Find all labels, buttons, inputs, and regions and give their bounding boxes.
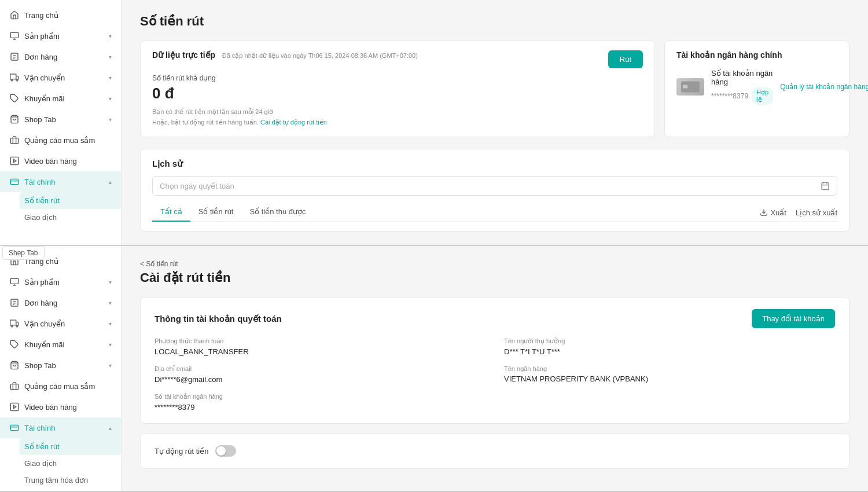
field-value: LOCAL_BANK_TRANSFER: [155, 347, 486, 356]
settings-card: Thông tin tài khoản quyết toán Thay đổi …: [140, 297, 849, 424]
field-bank-account: Số tài khoản ngân hàng ********8379: [155, 393, 486, 412]
breadcrumb[interactable]: < Số tiền rút: [140, 260, 849, 268]
sidebar-submenu-item-giao-dich-2[interactable]: Giao dịch: [24, 455, 121, 472]
live-timestamp: Đã cập nhật dữ liệu vào ngày Th06 15, 20…: [222, 52, 418, 59]
field-label: Tên ngân hàng: [504, 365, 835, 372]
breadcrumb-link: < Số tiền rút: [140, 260, 178, 268]
shop-icon: [9, 360, 20, 370]
chevron-down-icon: ▾: [109, 362, 112, 369]
svg-rect-25: [10, 278, 18, 284]
settings-grid: Phương thức thanh toán LOCAL_BANK_TRANSF…: [155, 337, 835, 412]
chevron-down-icon: ▾: [109, 342, 112, 348]
bank-account-card: Tài khoản ngân hàng chính Số tài khoản n…: [664, 41, 849, 137]
calendar-icon: [821, 181, 830, 190]
withdraw-button[interactable]: Rút: [608, 50, 643, 68]
chevron-down-icon: ▾: [109, 116, 112, 123]
svg-rect-19: [683, 85, 687, 89]
sidebar-item-khuyen-mai[interactable]: Khuyến mãi ▾: [0, 88, 121, 109]
sidebar-submenu-item-giao-dich[interactable]: Giao dịch: [24, 209, 121, 226]
shep-tab-label: Shep Tab: [2, 246, 45, 260]
sidebar-item-quang-cao[interactable]: Quảng cáo mua sắm: [0, 130, 121, 150]
sidebar-item-shop-tab-2[interactable]: Shop Tab ▾: [0, 355, 121, 376]
manage-bank-link[interactable]: Quản lý tài khoản ngân hàng: [780, 83, 868, 91]
sidebar-label: Shop Tab: [24, 361, 104, 370]
field-label: Phương thức thanh toán: [155, 337, 486, 345]
shop-icon: [9, 114, 20, 124]
sidebar-item-tai-chinh[interactable]: Tài chính ▴: [0, 171, 121, 192]
field-payment-method: Phương thức thanh toán LOCAL_BANK_TRANSF…: [155, 337, 486, 356]
sidebar-item-don-hang[interactable]: Đơn hàng ▾: [0, 46, 121, 67]
date-placeholder: Chọn ngày quyết toán: [160, 182, 234, 190]
live-data-card: Dữ liệu trực tiếp Đã cập nhật dữ liệu và…: [140, 41, 655, 137]
change-account-button[interactable]: Thay đổi tài khoản: [752, 309, 835, 328]
svg-rect-39: [10, 403, 18, 410]
sidebar-submenu-item-so-tien-rut[interactable]: Số tiền rút: [20, 192, 121, 209]
available-label: Số tiền rút khả dụng: [152, 74, 643, 82]
field-label: Tên người thụ hưởng: [504, 337, 835, 345]
auto-withdraw-toggle[interactable]: [215, 445, 236, 457]
field-label: Số tài khoản ngân hàng: [155, 393, 486, 401]
finance-icon: [9, 423, 20, 433]
field-label: Địa chỉ email: [155, 365, 486, 373]
sidebar-item-quang-cao-2[interactable]: Quảng cáo mua sắm: [0, 376, 121, 396]
sidebar-item-van-chuyen-2[interactable]: Vận chuyển ▾: [0, 313, 121, 334]
shipping-icon: [9, 72, 20, 83]
sidebar-item-van-chuyen[interactable]: Vận chuyển ▾: [0, 67, 121, 88]
sidebar-label: Video bán hàng: [24, 403, 112, 412]
tab-tat-ca[interactable]: Tất cả: [152, 204, 190, 222]
sidebar-label: Tài chính: [24, 424, 104, 432]
sidebar-item-san-pham[interactable]: Sản phẩm ▾: [0, 25, 121, 46]
field-value: VIETNAM PROSPERITY BANK (VPBANK): [504, 374, 835, 383]
chevron-down-icon: ▾: [109, 33, 112, 39]
svg-rect-32: [10, 320, 16, 325]
finance-icon: [9, 177, 20, 187]
auto-withdraw-toggle-row: Tự động rút tiền: [155, 445, 835, 457]
history-card: Lịch sử Chọn ngày quyết toán Tất cả Số t…: [140, 149, 849, 232]
order-icon: [9, 52, 20, 62]
page-title-1: Số tiền rút: [140, 14, 849, 29]
bank-account-name: Số tài khoản ngân hàng: [711, 69, 773, 86]
live-label: Dữ liệu trực tiếp: [152, 50, 215, 60]
sidebar-item-video-2[interactable]: Video bán hàng: [0, 396, 121, 417]
svg-marker-8: [16, 76, 19, 79]
sidebar-label: Quảng cáo mua sắm: [24, 136, 112, 145]
sidebar-label: Khuyến mãi: [24, 340, 104, 349]
sidebar-item-don-hang-2[interactable]: Đơn hàng ▾: [0, 292, 121, 313]
field-value: ********8379: [155, 403, 486, 412]
sidebar-2: Trang chủ Sản phẩm ▾ Đơn hàng ▾: [0, 246, 122, 491]
export-button[interactable]: Xuất: [760, 208, 786, 217]
sidebar-item-shop-tab[interactable]: Shop Tab ▾: [0, 109, 121, 130]
sidebar-label: Sản phẩm: [24, 278, 104, 287]
svg-rect-0: [10, 32, 18, 38]
auto-withdraw-label: Tự động rút tiền: [155, 447, 208, 456]
chevron-down-icon: ▾: [109, 300, 112, 306]
bank-account-status: Hợp lệ: [752, 87, 773, 105]
withdraw-note: Bạn có thể rút tiền một lần sau mỗi 24 g…: [152, 107, 643, 127]
sidebar-item-khuyen-mai-2[interactable]: Khuyến mãi ▾: [0, 334, 121, 355]
video-icon: [9, 402, 20, 412]
svg-rect-7: [10, 74, 16, 79]
sidebar-item-video[interactable]: Video bán hàng: [0, 150, 121, 171]
sidebar-item-trang-chu[interactable]: Trang chủ: [0, 5, 121, 25]
sidebar-submenu-item-trung-tam-2[interactable]: Trung tâm hóa đơn: [24, 472, 121, 489]
ad-icon: [9, 381, 20, 391]
sidebar-1: Trang chủ Sản phẩm ▾ Đơn hàng ▾: [0, 0, 122, 245]
page-title-2: Cài đặt rút tiền: [140, 270, 849, 285]
date-picker[interactable]: Chọn ngày quyết toán: [152, 176, 837, 196]
sidebar-item-tai-chinh-2[interactable]: Tài chính ▴: [0, 417, 121, 438]
main-content-2: 3 < Số tiền rút Cài đặt rút tiền Thông t…: [122, 246, 868, 491]
auto-withdraw-link[interactable]: Cài đặt tự động rút tiền: [260, 119, 327, 126]
svg-point-35: [16, 325, 18, 327]
chevron-down-icon: ▾: [109, 279, 112, 285]
bank-card-title: Tài khoản ngân hàng chính: [676, 50, 837, 60]
sidebar-label: Vận chuyển: [24, 320, 104, 328]
history-tab-actions: Xuất Lịch sử xuất: [760, 208, 837, 217]
sidebar-item-san-pham-2[interactable]: Sản phẩm ▾: [0, 271, 121, 292]
tab-so-tien-rut[interactable]: Số tiền rút: [190, 204, 242, 222]
sidebar-label: Đơn hàng: [24, 53, 104, 61]
sidebar-submenu-item-so-tien-rut-2[interactable]: Số tiền rút: [20, 438, 121, 455]
history-export-button[interactable]: Lịch sử xuất: [796, 208, 837, 217]
tab-so-tien-thu-duoc[interactable]: Số tiền thu được: [241, 204, 314, 222]
home-icon: [9, 10, 20, 20]
sidebar-label: Vận chuyển: [24, 74, 104, 82]
